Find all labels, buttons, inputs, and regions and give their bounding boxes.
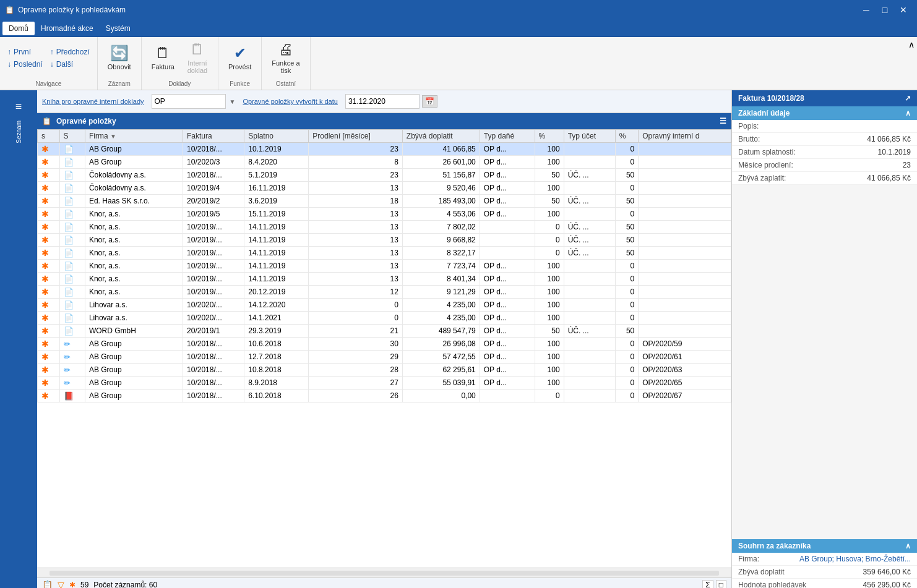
maximize-button[interactable]: □ <box>876 1 893 19</box>
nav-next-label: Další <box>56 60 73 69</box>
cell-faktura: 20/2019/1 <box>183 325 244 338</box>
col-header-faktura[interactable]: Faktura <box>183 130 244 143</box>
cell-zbyvadop: 9 520,46 <box>402 182 480 195</box>
cell-opravny <box>639 182 731 195</box>
table-wrap[interactable]: s S Firma ▼ Faktura Splatno Prodlení [mě… <box>37 129 731 568</box>
provest-button[interactable]: ✔ Provést <box>223 43 256 73</box>
minimize-button[interactable]: ─ <box>858 1 875 19</box>
field-firma: Firma: AB Group; Husova; Brno-Žebětí... <box>732 553 917 566</box>
table-row[interactable]: ✱ ✏ AB Group 10/2018/... 10.8.2018 28 62… <box>38 364 731 377</box>
sidebar-menu-button[interactable]: ≡ <box>11 95 27 118</box>
status-square-icon[interactable]: □ <box>716 580 726 588</box>
cell-pct2: 0 <box>615 143 639 156</box>
col-header-s: s <box>38 130 60 143</box>
menu-item-system[interactable]: Systém <box>100 22 137 35</box>
cell-splatno: 14.11.2019 <box>244 273 309 286</box>
doc-icon: ✏ <box>64 352 71 362</box>
table-row[interactable]: ✱ 📄 Knor, a.s. 10/2019/... 20.12.2019 12… <box>38 286 731 299</box>
col-header-typdane[interactable]: Typ daňé <box>480 130 535 143</box>
basic-info-title: Základní údaje <box>738 109 790 117</box>
table-row[interactable]: ✱ ✏ AB Group 10/2018/... 12.7.2018 29 57… <box>38 351 731 364</box>
col-header-prodleni[interactable]: Prodlení [měsíce] <box>309 130 403 143</box>
right-panel: Faktura 10/2018/28 ↗ Základní údaje ∧ Po… <box>731 90 917 588</box>
col-header-pct2[interactable]: % <box>615 130 639 143</box>
cell-prodleni: 27 <box>309 377 403 390</box>
cell-S: ✏ <box>59 351 85 364</box>
cell-opravny <box>639 169 731 182</box>
table-row[interactable]: ✱ 📄 Knor, a.s. 10/2019/5 15.11.2019 13 4… <box>38 208 731 221</box>
cell-typucet <box>564 156 615 169</box>
toolbar: ↑ První ↓ Poslední ↑ Předchozí ↓ Další <box>0 37 917 90</box>
cell-pct1: 100 <box>535 338 564 351</box>
table-row[interactable]: ✱ 📄 Knor, a.s. 10/2019/... 14.11.2019 13… <box>38 260 731 273</box>
col-header-zbyvadop[interactable]: Zbývá doplatit <box>402 130 480 143</box>
table-row[interactable]: ✱ 📄 AB Group 10/2018/... 10.1.2019 23 41… <box>38 143 731 156</box>
calendar-button[interactable]: 📅 <box>422 95 437 108</box>
cell-pct2: 50 <box>615 169 639 182</box>
open-detail-icon[interactable]: ↗ <box>905 94 911 103</box>
obnovit-button[interactable]: 🔄 Obnovit <box>103 43 136 73</box>
col-header-pct1[interactable]: % <box>535 130 564 143</box>
title-bar-title: Opravné položky k pohledávkám <box>18 6 126 14</box>
internal-doc-icon: 🗒 <box>190 42 205 57</box>
cell-faktura: 20/2019/2 <box>183 195 244 208</box>
nav-last-button[interactable]: ↓ Poslední <box>5 59 45 70</box>
toolbar-ostatni-inner: 🖨 Funkce atisk <box>267 40 304 77</box>
col-header-opravny[interactable]: Opravný interní d <box>639 130 731 143</box>
col-header-typucet[interactable]: Typ účet <box>564 130 615 143</box>
cell-opravny <box>639 312 731 325</box>
date-input[interactable] <box>345 94 420 109</box>
table-row[interactable]: ✱ 📄 Knor, a.s. 10/2019/... 14.11.2019 13… <box>38 273 731 286</box>
title-bar-left: 📋 Opravné položky k pohledávkám <box>5 6 126 14</box>
book-select[interactable] <box>152 94 226 109</box>
table-row[interactable]: ✱ 📄 WORD GmbH 20/2019/1 29.3.2019 21 489… <box>38 325 731 338</box>
close-button[interactable]: ✕ <box>895 1 912 19</box>
customer-summary-header[interactable]: Souhrn za zákazníka ∧ <box>732 539 917 553</box>
table-row[interactable]: ✱ 📄 Lihovar a.s. 10/2020/... 14.1.2021 0… <box>38 312 731 325</box>
table-menu-icon[interactable]: ☰ <box>720 117 726 126</box>
table-row[interactable]: ✱ 📄 AB Group 10/2020/3 8.4.2020 8 26 601… <box>38 156 731 169</box>
cell-s: ✱ <box>38 338 60 351</box>
book-dropdown-icon: ▼ <box>230 98 236 105</box>
nav-first-button[interactable]: ↑ První <box>5 46 45 58</box>
toolbar-collapse-button[interactable]: ∧ <box>906 37 917 52</box>
cell-splatno: 29.3.2019 <box>244 325 309 338</box>
arrow-down-icon: ↓ <box>7 60 11 69</box>
table-row[interactable]: ✱ 📄 Knor, a.s. 10/2019/... 14.11.2019 13… <box>38 234 731 247</box>
mesice-prodleni-label: Měsíce prodlení: <box>738 161 793 169</box>
field-hodnota-pohledavek: Hodnota pohledávek 456 295,00 Kč <box>732 579 917 588</box>
basic-info-header[interactable]: Základní údaje ∧ <box>732 106 917 120</box>
col-header-splatno[interactable]: Splatno <box>244 130 309 143</box>
nav-prev-button[interactable]: ↑ Předchozí <box>48 46 92 58</box>
cell-pct2: 50 <box>615 221 639 234</box>
table-row[interactable]: ✱ ✏ AB Group 10/2018/... 10.6.2018 30 26… <box>38 338 731 351</box>
cell-prodleni: 12 <box>309 286 403 299</box>
book-label[interactable]: Kniha pro opravné interní doklady <box>42 98 144 105</box>
table-row[interactable]: ✱ 📄 Čokoládovny a.s. 10/2019/4 16.11.201… <box>38 182 731 195</box>
col-header-firma[interactable]: Firma ▼ <box>85 130 183 143</box>
doc-icon: 📄 <box>64 326 74 336</box>
table-row[interactable]: ✱ 📄 Lihovar a.s. 10/2020/... 14.12.2020 … <box>38 299 731 312</box>
status-sigma-icon[interactable]: Σ <box>702 580 713 588</box>
menu-item-hromadne[interactable]: Hromadné akce <box>35 22 100 35</box>
table-row[interactable]: ✱ 📕 AB Group 10/2018/... 6.10.2018 26 0,… <box>38 390 731 403</box>
table-row[interactable]: ✱ 📄 Čokoládovny a.s. 10/2018/... 5.1.201… <box>38 169 731 182</box>
customer-summary-section: Souhrn za zákazníka ∧ Firma: AB Group; H… <box>732 539 917 588</box>
star-icon: ✱ <box>41 248 49 258</box>
table-header-row: s S Firma ▼ Faktura Splatno Prodlení [mě… <box>38 130 731 143</box>
interni-doklad-button[interactable]: 🗒 Internídoklad <box>182 40 213 77</box>
cell-pct1: 100 <box>535 156 564 169</box>
table-row[interactable]: ✱ 📄 Knor, a.s. 10/2019/... 14.11.2019 13… <box>38 247 731 260</box>
cell-firma: Knor, a.s. <box>85 234 183 247</box>
table-row[interactable]: ✱ ✏ AB Group 10/2018/... 8.9.2018 27 55 … <box>38 377 731 390</box>
table-row[interactable]: ✱ 📄 Knor, a.s. 10/2019/... 14.11.2019 13… <box>38 221 731 234</box>
menu-item-domu[interactable]: Domů <box>2 22 35 35</box>
funkce-tisk-button[interactable]: 🖨 Funkce atisk <box>267 40 304 77</box>
star-icon: ✱ <box>41 339 49 349</box>
nav-next-button[interactable]: ↓ Další <box>48 59 92 70</box>
horizontal-scrollbar[interactable] <box>37 568 731 577</box>
table-row[interactable]: ✱ 📄 Ed. Haas SK s.r.o. 20/2019/2 3.6.201… <box>38 195 731 208</box>
faktura-button[interactable]: 🗒 Faktura <box>147 43 179 73</box>
cell-S: 📄 <box>59 234 85 247</box>
cell-faktura: 10/2018/... <box>183 143 244 156</box>
